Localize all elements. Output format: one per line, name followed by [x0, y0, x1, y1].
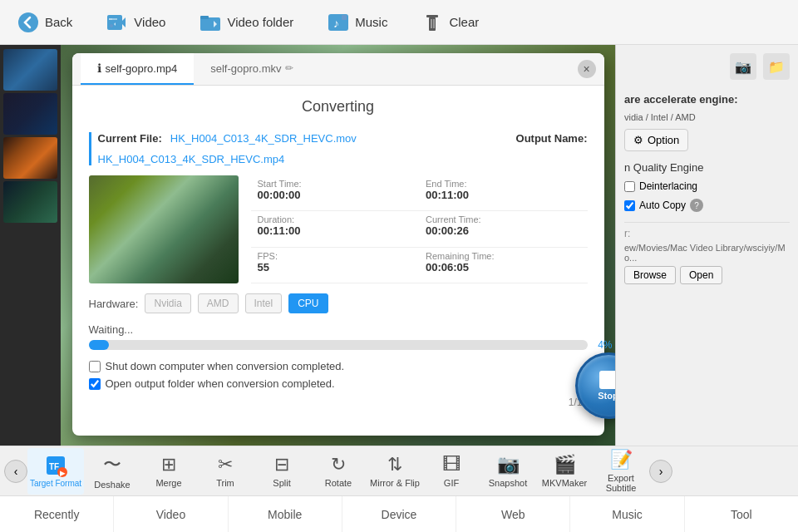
remaining-time-value: 00:06:05: [426, 261, 581, 273]
clear-label: Clear: [449, 15, 479, 29]
folder-icon-button[interactable]: 📁: [763, 53, 790, 80]
nvidia-button[interactable]: Nvidia: [145, 293, 190, 313]
deshake-tool[interactable]: 〜 Deshake: [84, 448, 140, 495]
merge-label: Merge: [155, 478, 181, 488]
progress-section: Waiting... 4%: [89, 323, 588, 350]
clear-button[interactable]: Clear: [412, 6, 487, 39]
current-time-label: Current Time:: [426, 214, 581, 224]
tab-output-file[interactable]: self-gopro.mkv ✏: [194, 53, 310, 85]
mirror-flip-label: Mirror & Flip: [370, 478, 420, 488]
thumbnail-1[interactable]: [3, 49, 57, 91]
thumbnail-4[interactable]: [3, 181, 57, 223]
stop-icon: [599, 371, 616, 389]
info-icon: ℹ: [97, 62, 101, 75]
shutdown-row: Shut down computer when conversion compl…: [89, 360, 588, 372]
video-folder-button[interactable]: Video folder: [190, 6, 302, 39]
right-panel: 📷 📁 are accelerate engine: vidia / Intel…: [615, 45, 798, 446]
gear-icon: ⚙: [633, 134, 643, 146]
mkvmaker-tool[interactable]: 🎬 MKVMaker: [536, 448, 593, 495]
top-toolbar: Back Video Video folder: [0, 0, 798, 45]
output-name-value[interactable]: HK_H004_C013_4K_SDR_HEVC.mp4: [98, 153, 285, 165]
stats-grid: Start Time: 00:00:00 End Time: 00:11:00 …: [251, 175, 588, 283]
svg-marker-2: [122, 17, 126, 27]
merge-tool[interactable]: ⊞ Merge: [140, 448, 197, 495]
tab-source-file[interactable]: ℹ self-gopro.mp4: [81, 53, 195, 85]
svg-rect-15: [433, 19, 435, 28]
tab-recently[interactable]: Recently: [0, 496, 114, 532]
snapshot-tool[interactable]: 📷 Snapshot: [480, 448, 536, 495]
music-label: Music: [355, 15, 387, 29]
dialog-body: Current File: HK_H004_C013_4K_SDR_HEVC.m…: [72, 124, 604, 436]
duration-label: Duration:: [258, 214, 413, 224]
accel-label: are accelerate engine:: [624, 93, 790, 106]
rotate-tool[interactable]: ↻ Rotate: [310, 448, 367, 495]
video-button[interactable]: Video: [97, 6, 174, 39]
hardware-label: Hardware:: [89, 298, 139, 310]
stop-button-container: Stop: [575, 352, 616, 419]
gif-icon: 🎞: [442, 454, 461, 475]
svg-point-5: [110, 24, 113, 27]
export-subtitle-label: Export Subtitle: [593, 473, 649, 493]
back-icon: [17, 11, 40, 34]
back-label: Back: [45, 15, 72, 29]
cpu-button[interactable]: CPU: [288, 293, 328, 313]
next-arrow-button[interactable]: ›: [649, 460, 672, 483]
trim-tool[interactable]: ✂ Trim: [197, 448, 254, 495]
browse-button[interactable]: Browse: [624, 266, 676, 284]
open-output-checkbox[interactable]: [89, 378, 101, 390]
open-output-row: Open output folder when conversion compl…: [89, 377, 588, 390]
deshake-icon: 〜: [103, 452, 121, 477]
snapshot-label: Snapshot: [489, 478, 527, 488]
end-time-cell: End Time: 00:11:00: [419, 175, 588, 211]
autocopy-row: Auto Copy ?: [624, 199, 790, 212]
thumbnail-3[interactable]: [3, 137, 57, 179]
prev-arrow-button[interactable]: ‹: [4, 460, 27, 483]
clear-icon: [421, 11, 444, 34]
center-content: ℹ self-gopro.mp4 self-gopro.mkv ✏ × Conv…: [61, 45, 615, 446]
start-time-label: Start Time:: [258, 179, 413, 189]
duration-value: 00:11:00: [258, 224, 413, 237]
tab-video[interactable]: Video: [114, 496, 228, 532]
shutdown-checkbox[interactable]: [89, 361, 101, 372]
tab-music[interactable]: Music: [570, 496, 684, 532]
svg-rect-3: [109, 18, 112, 20]
svg-rect-6: [200, 17, 220, 31]
rotate-icon: ↻: [331, 454, 346, 475]
autocopy-checkbox[interactable]: [624, 200, 635, 211]
back-button[interactable]: Back: [8, 6, 81, 39]
help-icon[interactable]: ?: [690, 199, 703, 212]
split-label: Split: [273, 478, 290, 488]
accel-value: vidia / Intel / AMD: [624, 112, 790, 122]
tab-tool[interactable]: Tool: [685, 496, 798, 532]
dialog-close-button[interactable]: ×: [578, 60, 596, 78]
tab-web[interactable]: Web: [456, 496, 570, 532]
camera-icon-button[interactable]: 📷: [730, 53, 756, 80]
amd-button[interactable]: AMD: [198, 293, 239, 313]
tab2-label: self-gopro.mkv: [210, 62, 281, 75]
tab-device[interactable]: Device: [342, 496, 456, 532]
thumbnail-2[interactable]: [3, 93, 57, 135]
remaining-time-cell: Remaining Time: 00:06:05: [419, 248, 588, 283]
split-tool[interactable]: ⊟ Split: [254, 448, 310, 495]
quality-label: n Quality Engine: [624, 161, 703, 174]
tab-mobile[interactable]: Mobile: [229, 496, 342, 532]
output-section: r: ew/Movies/Mac Video Library/wsciyiy/M…: [624, 222, 790, 284]
stop-button[interactable]: Stop: [575, 352, 616, 419]
deinterlace-checkbox[interactable]: [624, 181, 635, 192]
intel-button[interactable]: Intel: [245, 293, 283, 313]
progress-label: Waiting...: [89, 323, 588, 336]
music-button[interactable]: ♪ Music: [318, 6, 396, 39]
dialog-title: Converting: [72, 86, 604, 124]
mirror-flip-tool[interactable]: ⇅ Mirror & Flip: [367, 448, 423, 495]
fps-cell: FPS: 55: [251, 248, 420, 283]
output-name-label: Output Name:: [516, 132, 588, 145]
gif-label: GIF: [444, 478, 459, 488]
gif-tool[interactable]: 🎞 GIF: [423, 448, 480, 495]
target-format-button[interactable]: TF ▶ Target Format: [27, 448, 84, 495]
export-subtitle-tool[interactable]: 📝 Export Subtitle: [593, 448, 649, 495]
open-button[interactable]: Open: [680, 266, 722, 284]
preview-thumbnail: [89, 175, 239, 283]
option-button[interactable]: ⚙ Option: [624, 129, 688, 151]
current-file-value[interactable]: HK_H004_C013_4K_SDR_HEVC.mov: [170, 132, 357, 145]
tab-mobile-label: Mobile: [268, 508, 302, 521]
